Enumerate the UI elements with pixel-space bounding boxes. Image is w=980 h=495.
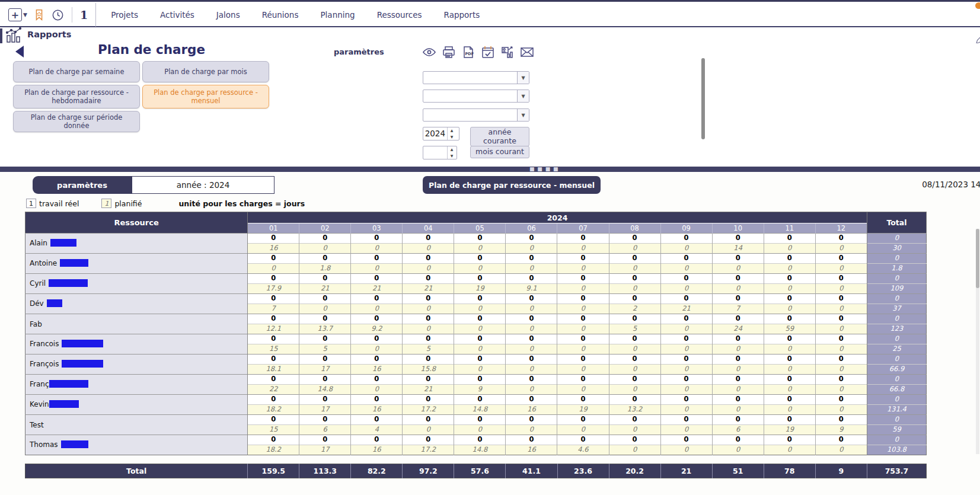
report-button-periode[interactable]: Plan de charge sur période donnée bbox=[13, 111, 140, 132]
annee-step-down[interactable]: ▼ bbox=[448, 133, 456, 140]
real-value: 0 bbox=[506, 355, 557, 365]
bookmark-icon[interactable] bbox=[33, 8, 46, 21]
real-value: 0 bbox=[454, 375, 506, 385]
planned-value: 0 bbox=[609, 425, 660, 435]
preview-eye-icon[interactable] bbox=[422, 45, 436, 59]
planned-value: 5 bbox=[403, 344, 454, 355]
chevron-down-icon[interactable]: ▼ bbox=[517, 72, 529, 84]
monthly-total: 21 bbox=[660, 464, 712, 478]
real-value: 0 bbox=[248, 435, 299, 445]
planned-value: 0 bbox=[815, 264, 867, 274]
tab-parametres[interactable]: paramètres bbox=[33, 176, 132, 194]
annee-input[interactable] bbox=[423, 127, 447, 140]
month-header-03: 03 bbox=[351, 223, 403, 234]
planned-value: 0 bbox=[454, 324, 506, 334]
print-icon[interactable] bbox=[442, 45, 456, 59]
planned-total: 25 bbox=[867, 344, 926, 355]
resource-name: Francois bbox=[25, 334, 248, 355]
menu-item-rapports[interactable]: Rapports bbox=[437, 4, 487, 26]
real-value: 0 bbox=[712, 234, 764, 244]
menu-item-projets[interactable]: Projets bbox=[104, 4, 145, 26]
annee-step-up[interactable]: ▲ bbox=[448, 127, 456, 134]
report-button-ressource-mensuel[interactable]: Plan de charge par ressource - mensuel bbox=[142, 85, 269, 108]
pane-resize-divider[interactable]: ■ ■ ■ ■ bbox=[0, 167, 980, 172]
planned-value: 0 bbox=[764, 365, 815, 375]
back-arrow-button[interactable] bbox=[15, 46, 24, 58]
real-value: 0 bbox=[815, 435, 867, 445]
report-button-semaine[interactable]: Plan de charge par semaine bbox=[13, 61, 140, 82]
table-row-real: Kevin0000000000000 bbox=[25, 395, 927, 405]
planned-value: 0 bbox=[557, 304, 609, 314]
menu-item-planning[interactable]: Planning bbox=[313, 4, 362, 26]
planned-total: 59 bbox=[867, 425, 926, 435]
planned-value: 17.2 bbox=[403, 445, 454, 455]
planned-value: 19 bbox=[764, 425, 815, 435]
real-total: 0 bbox=[867, 334, 926, 344]
planned-value: 0 bbox=[557, 365, 609, 375]
legend-planned-swatch: 1 bbox=[101, 199, 111, 208]
real-value: 0 bbox=[557, 415, 609, 425]
vertical-scrollbar[interactable] bbox=[701, 58, 705, 139]
planned-value: 0 bbox=[506, 304, 557, 314]
pdf-export-icon[interactable]: PDF bbox=[461, 45, 475, 59]
result-scrollbar[interactable] bbox=[976, 229, 979, 454]
planned-value: 59 bbox=[764, 324, 815, 334]
redacted-name bbox=[49, 279, 88, 287]
total-row: Total159.5113.382.297.257.641.123.620.22… bbox=[25, 464, 927, 478]
planned-value: 0 bbox=[351, 304, 403, 314]
result-scrollbar-thumb[interactable] bbox=[976, 229, 979, 288]
real-value: 0 bbox=[557, 355, 609, 365]
ressource-select[interactable]: ▼ bbox=[423, 71, 529, 84]
planned-value: 17 bbox=[299, 405, 351, 415]
planned-value: 0 bbox=[506, 425, 557, 435]
email-icon[interactable] bbox=[520, 45, 534, 59]
chevron-down-icon[interactable]: ▼ bbox=[517, 109, 529, 121]
menu-item-jalons[interactable]: Jalons bbox=[209, 4, 247, 26]
charge-table: Ressource2024Total0102030405060708091011… bbox=[25, 212, 927, 455]
new-item-button[interactable]: + bbox=[8, 8, 22, 21]
report-export-icon[interactable] bbox=[500, 45, 515, 59]
planned-value: 13.2 bbox=[609, 405, 660, 415]
resource-column-header: Ressource bbox=[25, 212, 248, 234]
tab-annee[interactable]: année : 2024 bbox=[132, 176, 274, 194]
mois-courant-button[interactable]: mois courant bbox=[470, 146, 529, 158]
planned-value: 0 bbox=[815, 365, 867, 375]
new-item-dropdown-caret[interactable]: ▼ bbox=[23, 12, 27, 18]
annee-courante-button[interactable]: année courante bbox=[470, 127, 529, 146]
chevron-down-icon[interactable]: ▼ bbox=[517, 90, 529, 102]
equipe-select[interactable]: ▼ bbox=[423, 108, 529, 122]
organisation-select[interactable]: ▼ bbox=[423, 90, 529, 103]
history-clock-icon[interactable] bbox=[51, 8, 65, 22]
planned-value: 0 bbox=[815, 344, 867, 355]
planned-total: 131.4 bbox=[867, 405, 926, 415]
planned-value: 0 bbox=[506, 324, 557, 334]
corner-notification-dot bbox=[975, 2, 980, 9]
report-button-mois[interactable]: Plan de charge par mois bbox=[142, 61, 269, 82]
real-value: 0 bbox=[299, 334, 351, 344]
planned-value: 0 bbox=[403, 244, 454, 254]
real-value: 0 bbox=[454, 334, 506, 344]
menu-item-ressources[interactable]: Ressources bbox=[370, 4, 429, 26]
mois-input[interactable] bbox=[423, 146, 447, 159]
redacted-name bbox=[49, 400, 79, 408]
planned-value: 0 bbox=[506, 344, 557, 355]
mois-step-down[interactable]: ▼ bbox=[448, 152, 456, 159]
real-value: 0 bbox=[506, 334, 557, 344]
mois-step-up[interactable]: ▲ bbox=[448, 146, 456, 153]
real-value: 0 bbox=[351, 274, 403, 284]
report-result-pane: paramètres année : 2024 Plan de charge p… bbox=[0, 172, 980, 495]
report-button-ressource-hebdo[interactable]: Plan de charge par ressource - hebdomada… bbox=[13, 85, 140, 108]
real-value: 0 bbox=[764, 234, 815, 244]
month-header-04: 04 bbox=[403, 223, 454, 234]
calendar-check-icon[interactable] bbox=[481, 45, 495, 59]
menu-item-activites[interactable]: Activités bbox=[153, 4, 202, 26]
real-value: 0 bbox=[351, 395, 403, 405]
real-value: 0 bbox=[815, 254, 867, 264]
real-value: 0 bbox=[454, 254, 506, 264]
drag-handle-dots[interactable]: ■ ■ ■ ■ bbox=[529, 168, 559, 171]
redacted-name bbox=[47, 299, 62, 307]
planned-value: 0 bbox=[557, 344, 609, 355]
resource-name: Alain bbox=[25, 234, 248, 254]
menu-item-reunions[interactable]: Réunions bbox=[255, 4, 306, 26]
real-value: 0 bbox=[609, 274, 660, 284]
